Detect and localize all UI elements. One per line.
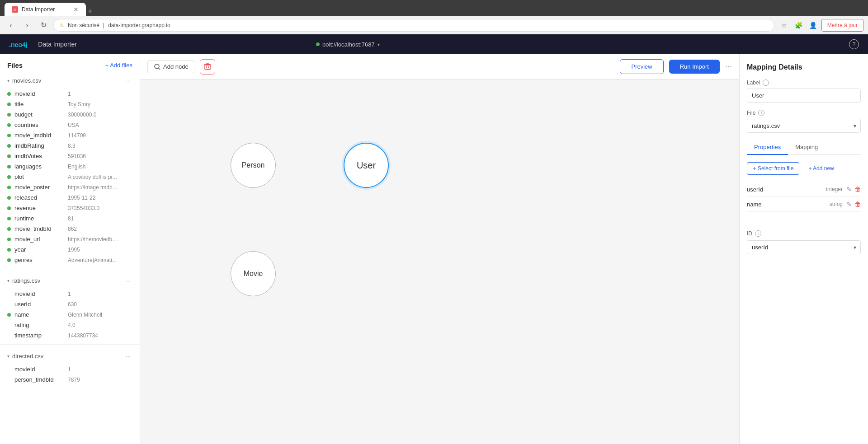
movies-menu-button[interactable]: ··· — [124, 76, 132, 85]
file-group-header-movies[interactable]: ▾ movies.csv ··· — [0, 73, 140, 89]
select-from-file-button[interactable]: + Select from file — [747, 162, 799, 175]
connection-status[interactable]: bolt://localhost:7687 ▾ — [316, 41, 380, 48]
id-info-icon[interactable]: i — [755, 230, 761, 237]
key-person-tmdbid: person_tmdbId — [14, 376, 64, 383]
forward-button[interactable]: › — [21, 19, 33, 32]
val-countries: USA — [68, 122, 79, 128]
sidebar: Files + Add files ▾ movies.csv ··· movie… — [0, 54, 140, 444]
key-timestamp: timestamp — [14, 332, 64, 339]
active-tab[interactable]: D Data Importer ✕ — [5, 3, 86, 16]
tab-properties[interactable]: Properties — [747, 140, 788, 155]
dot-countries — [7, 123, 11, 127]
key-imdbvotes: imdbVotes — [14, 153, 64, 159]
list-item: runtime 81 — [0, 213, 140, 224]
tab-close-button[interactable]: ✕ — [73, 6, 79, 13]
property-type-name: string — [830, 201, 843, 207]
userid-action-icons: ✎ 🗑 — [846, 186, 861, 193]
svg-text:D: D — [14, 8, 16, 11]
dot-movie-imdbid — [7, 134, 11, 137]
address-bar[interactable]: ⚠ Non sécurisé | data-importer.graphapp.… — [53, 19, 774, 32]
add-new-button[interactable]: + Add new — [803, 162, 839, 175]
name-delete-button[interactable]: 🗑 — [854, 201, 861, 208]
update-button[interactable]: Mettre à jour — [821, 19, 863, 32]
dot-released — [7, 196, 11, 200]
svg-point-2 — [155, 64, 159, 69]
userid-edit-button[interactable]: ✎ — [846, 186, 852, 193]
bookmark-star-button[interactable]: ☆ — [778, 19, 791, 32]
property-name-name: name — [747, 201, 830, 208]
ratings-menu-button[interactable]: ··· — [124, 276, 132, 285]
movies-filename: movies.csv — [12, 77, 121, 84]
url-text: data-importer.graphapp.io — [108, 22, 170, 28]
tab-mapping[interactable]: Mapping — [788, 140, 825, 155]
file-info-icon[interactable]: i — [758, 110, 764, 116]
key-movie-poster: movie_poster — [14, 184, 64, 191]
dot-imdbvotes — [7, 154, 11, 158]
profile-button[interactable]: 👤 — [807, 19, 820, 32]
key-movie-tmdbid: movie_tmdbId — [14, 225, 64, 232]
connection-chevron-icon: ▾ — [377, 42, 380, 47]
back-button[interactable]: ‹ — [5, 19, 17, 32]
label-input[interactable] — [747, 89, 861, 103]
neo4j-logo: .neo4j — [9, 41, 27, 48]
property-actions: + Select from file + Add new — [747, 162, 861, 175]
more-options-button[interactable]: ··· — [725, 62, 732, 71]
name-edit-button[interactable]: ✎ — [846, 201, 852, 208]
val-imdbrating: 8.3 — [68, 143, 75, 149]
key-rating: rating — [14, 322, 64, 328]
user-node[interactable]: User — [344, 143, 389, 188]
add-files-button[interactable]: + Add files — [105, 62, 132, 69]
preview-button[interactable]: Preview — [620, 59, 663, 74]
file-select[interactable]: ratings.csv movies.csv directed.csv — [747, 119, 861, 133]
person-node-label: Person — [242, 161, 265, 169]
movie-node[interactable]: Movie — [231, 251, 276, 296]
directed-filename: directed.csv — [12, 353, 121, 360]
delete-button[interactable] — [200, 59, 215, 75]
dot-rating — [7, 323, 11, 327]
key-revenue: revenue — [14, 205, 64, 211]
list-item: movieId 1 — [0, 289, 140, 299]
key-imdbrating: imdbRating — [14, 142, 64, 149]
file-field-label: File i — [747, 110, 861, 116]
label-field-label: Label i — [747, 79, 861, 86]
search-icon — [154, 64, 160, 70]
label-info-icon[interactable]: i — [763, 79, 769, 86]
list-item: userId 630 — [0, 299, 140, 309]
run-import-button[interactable]: Run Import — [669, 60, 720, 74]
lock-icon: ⚠ — [59, 22, 64, 28]
key-countries: countries — [14, 122, 64, 128]
reload-button[interactable]: ↻ — [37, 19, 50, 32]
list-item: person_tmdbId 7879 — [0, 374, 140, 385]
key-name-ratings: name — [14, 311, 64, 318]
new-tab-button[interactable]: + — [88, 7, 93, 16]
file-group-header-directed[interactable]: ▾ directed.csv ··· — [0, 348, 140, 364]
connection-dot — [316, 42, 320, 46]
file-group-header-ratings[interactable]: ▾ ratings.csv ··· — [0, 273, 140, 289]
val-imdbvotes: 591836 — [68, 153, 86, 159]
plus-icon: + — [753, 165, 756, 172]
val-movie-tmdbid: 862 — [68, 226, 77, 232]
list-item: movieId 1 — [0, 89, 140, 99]
label-form-group: Label i — [747, 79, 861, 103]
list-item: movie_tmdbId 862 — [0, 224, 140, 234]
list-item: plot A cowboy doll is pr... — [0, 172, 140, 182]
help-button[interactable]: ? — [849, 39, 859, 49]
trash-icon — [204, 63, 211, 70]
app-header: .neo4j Data Importer bolt://localhost:76… — [0, 34, 868, 54]
person-node[interactable]: Person — [231, 143, 276, 188]
extensions-button[interactable]: 🧩 — [793, 19, 805, 32]
id-select[interactable]: userId name — [747, 240, 861, 254]
dot-movieid-ratings — [7, 292, 11, 296]
list-item: title Toy Story — [0, 99, 140, 109]
dot-genres — [7, 258, 11, 262]
key-genres: genres — [14, 257, 64, 263]
val-released: 1995-11-22 — [68, 195, 95, 201]
canvas-content[interactable]: Person User Movie — [140, 79, 739, 444]
property-type-userid: integer — [826, 186, 843, 192]
file-group-movies: ▾ movies.csv ··· movieId 1 title Toy Sto… — [0, 73, 140, 265]
directed-menu-button[interactable]: ··· — [124, 352, 132, 360]
add-node-button[interactable]: Add node — [147, 60, 195, 73]
userid-delete-button[interactable]: 🗑 — [854, 186, 861, 193]
property-row-userid: userId integer ✎ 🗑 — [747, 182, 861, 197]
mapping-panel: Mapping Details Label i File i ratings.c… — [739, 54, 868, 444]
